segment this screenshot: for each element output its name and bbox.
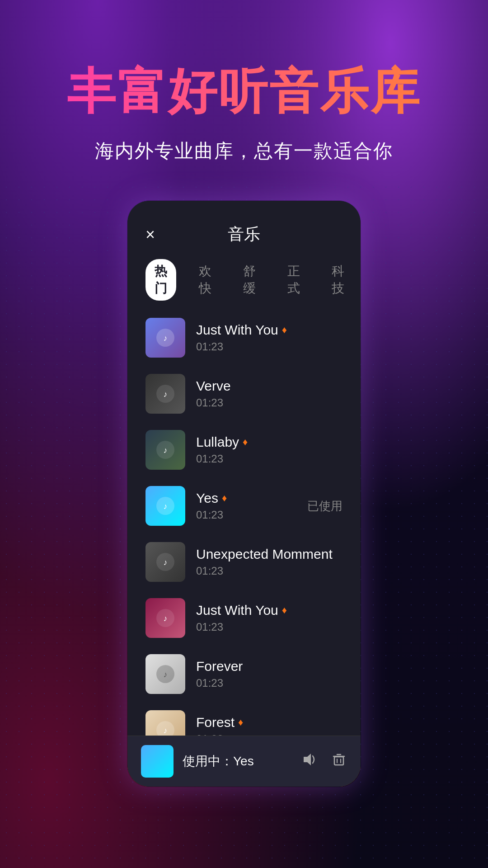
song-thumbnail: ♪ (145, 598, 185, 638)
list-item[interactable]: ♪ Verve 01:23 (141, 366, 347, 422)
list-item[interactable]: ♪ Lullaby ♦ 01:23 (141, 422, 347, 478)
song-name: Forever (196, 659, 343, 674)
svg-marker-18 (304, 754, 311, 765)
song-info: Lullaby ♦ 01:23 (196, 434, 343, 465)
song-duration: 01:23 (196, 340, 343, 353)
now-playing-actions (301, 751, 347, 772)
song-name: Yes ♦ (196, 491, 307, 506)
phone-mockup: × 音乐 热门 欢快 舒缓 正式 科技 ♪ Just With (127, 200, 361, 788)
song-info: Verve 01:23 (196, 378, 343, 409)
song-thumbnail: ♪ (145, 374, 185, 414)
premium-icon: ♦ (222, 492, 227, 504)
list-item[interactable]: ♪ Forever 01:23 (141, 646, 347, 702)
song-info: Yes ♦ 01:23 (196, 491, 307, 521)
panel-header: × 音乐 (127, 201, 361, 255)
song-name: Verve (196, 378, 343, 394)
song-duration: 01:23 (196, 509, 307, 521)
main-content: 丰富好听音乐库 海内外专业曲库，总有一款适合你 × 音乐 热门 欢快 舒缓 正式… (0, 0, 488, 868)
songs-list: ♪ Just With You ♦ 01:23 ♪ (127, 310, 361, 736)
hero-title: 丰富好听音乐库 (67, 59, 421, 125)
song-info: Unexpected Momment 01:23 (196, 547, 343, 577)
song-duration: 01:23 (196, 453, 343, 465)
song-name: Just With You ♦ (196, 603, 343, 618)
song-duration: 01:23 (196, 733, 343, 736)
tab-hot[interactable]: 热门 (145, 259, 176, 301)
song-duration: 01:23 (196, 396, 343, 409)
phone-inner: × 音乐 热门 欢快 舒缓 正式 科技 ♪ Just With (127, 201, 361, 787)
svg-text:♪: ♪ (164, 726, 168, 735)
now-playing-label: 使用中：Yes (183, 753, 292, 770)
svg-text:♪: ♪ (164, 390, 168, 399)
list-item[interactable]: ♪ Forest ♦ 01:23 (141, 702, 347, 736)
song-info: Just With You ♦ 01:23 (196, 322, 343, 353)
svg-text:♪: ♪ (164, 670, 168, 679)
song-duration: 01:23 (196, 565, 343, 577)
used-badge: 已使用 (307, 498, 343, 514)
volume-icon[interactable] (301, 751, 317, 772)
now-playing-bar: 使用中：Yes (127, 736, 361, 787)
song-thumbnail: ♪ (145, 486, 185, 526)
svg-text:♪: ♪ (164, 502, 168, 511)
svg-text:♪: ♪ (164, 614, 168, 623)
list-item[interactable]: ♪ Just With You ♦ 01:23 (141, 590, 347, 646)
song-name: Unexpected Momment (196, 547, 343, 562)
now-playing-thumbnail (141, 745, 174, 778)
song-thumbnail: ♪ (145, 654, 185, 694)
svg-text:♪: ♪ (164, 558, 168, 567)
song-name: Just With You ♦ (196, 322, 343, 338)
delete-icon[interactable] (331, 751, 347, 772)
song-info: Just With You ♦ 01:23 (196, 603, 343, 633)
svg-text:♪: ♪ (164, 334, 168, 343)
song-info: Forever 01:23 (196, 659, 343, 689)
tab-formal[interactable]: 正式 (278, 259, 309, 301)
song-info: Forest ♦ 01:23 (196, 715, 343, 736)
premium-icon: ♦ (243, 436, 248, 448)
panel-title: 音乐 (228, 223, 260, 245)
svg-text:♪: ♪ (164, 446, 168, 455)
tabs-row: 热门 欢快 舒缓 正式 科技 (127, 255, 361, 310)
song-name: Forest ♦ (196, 715, 343, 730)
song-thumbnail: ♪ (145, 542, 185, 582)
premium-icon: ♦ (282, 604, 287, 616)
close-button[interactable]: × (145, 225, 155, 244)
list-item[interactable]: ♪ Unexpected Momment 01:23 (141, 534, 347, 590)
song-duration: 01:23 (196, 621, 343, 633)
premium-icon: ♦ (238, 717, 243, 728)
svg-rect-19 (334, 757, 343, 765)
list-item[interactable]: ♪ Just With You ♦ 01:23 (141, 310, 347, 366)
tab-tech[interactable]: 科技 (323, 259, 353, 301)
tab-happy[interactable]: 欢快 (190, 259, 221, 301)
premium-icon: ♦ (282, 324, 287, 336)
song-thumbnail: ♪ (145, 318, 185, 358)
song-thumbnail: ♪ (145, 430, 185, 470)
song-name: Lullaby ♦ (196, 434, 343, 450)
song-duration: 01:23 (196, 677, 343, 689)
list-item[interactable]: ♪ Yes ♦ 01:23 已使用 (141, 478, 347, 534)
hero-subtitle: 海内外专业曲库，总有一款适合你 (95, 138, 393, 164)
song-thumbnail: ♪ (145, 710, 185, 736)
tab-soft[interactable]: 舒缓 (234, 259, 265, 301)
